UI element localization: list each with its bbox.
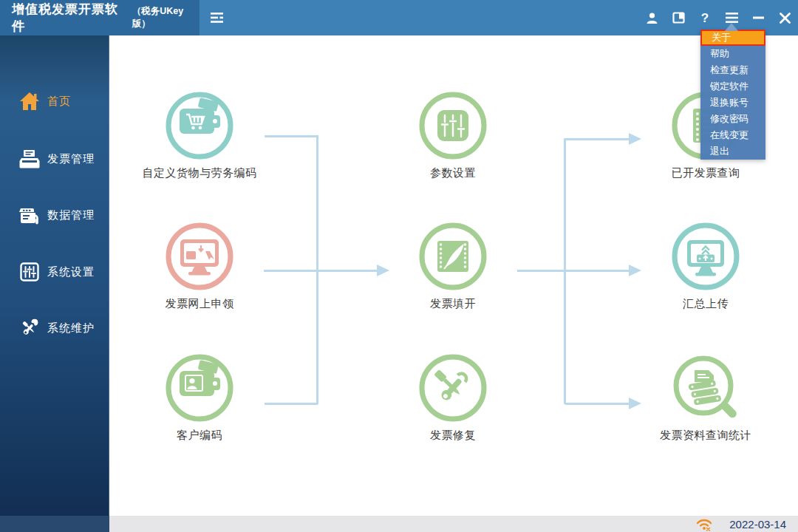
sidebar-item-invoice-manage[interactable]: 发票管理: [0, 143, 109, 175]
data-manage-icon: [19, 205, 40, 225]
sidebar-item-label: 数据管理: [47, 208, 95, 222]
svg-text:?: ?: [701, 11, 709, 24]
feature-label: 客户编码: [118, 429, 281, 443]
menu-item-check-update[interactable]: 检查更新: [700, 62, 765, 78]
sidebar-item-label: 发票管理: [47, 152, 95, 166]
invoice-manage-icon: [19, 149, 40, 169]
app-window: 增值税发票开票软件 （税务UKey版）: [0, 0, 798, 532]
titlebar: 增值税发票开票软件 （税务UKey版）: [0, 0, 798, 35]
goods-code-icon: [164, 90, 235, 161]
menu-item-about[interactable]: 关于: [700, 30, 765, 46]
invoice-stats-icon: [670, 352, 741, 423]
sidebar-item-system-maintain[interactable]: 系统维护: [0, 312, 109, 344]
sidebar-item-label: 系统维护: [47, 321, 95, 335]
sidebar-item-data-manage[interactable]: 数据管理: [0, 199, 109, 231]
feature-label: 参数设置: [372, 166, 534, 180]
param-settings-icon: [417, 90, 488, 161]
menu-item-online-change[interactable]: 在线变更: [700, 127, 765, 143]
user-icon[interactable]: [638, 0, 665, 35]
feature-summary-upload[interactable]: 汇总上传: [624, 221, 787, 311]
wifi-disconnected-icon[interactable]: [695, 517, 713, 531]
sidebar-item-system-settings[interactable]: 系统设置: [0, 256, 109, 288]
feature-invoice-fill[interactable]: 发票填开: [372, 221, 534, 311]
feature-label: 已开发票查询: [624, 166, 787, 180]
sidebar-item-home[interactable]: 首页: [0, 85, 109, 117]
feature-goods-code[interactable]: 自定义货物与劳务编码: [118, 90, 281, 180]
panel-icon[interactable]: [665, 0, 692, 35]
flow-line: [565, 403, 629, 405]
feature-label: 发票修复: [372, 429, 534, 443]
invoice-repair-icon: [417, 352, 488, 423]
menu-item-switch-account[interactable]: 退换账号: [700, 95, 765, 111]
home-icon: [19, 91, 40, 112]
feature-invoice-repair[interactable]: 发票修复: [372, 352, 534, 443]
close-icon[interactable]: [771, 0, 798, 35]
menu-item-exit[interactable]: 退出: [700, 143, 765, 160]
feature-label: 发票填开: [372, 297, 534, 311]
flow-line: [564, 138, 566, 404]
status-date: 2022-03-14: [729, 518, 786, 531]
sidebar-item-label: 首页: [47, 95, 71, 109]
system-maintain-icon: [19, 318, 40, 338]
titlebar-brand: 增值税发票开票软件 （税务UKey版）: [0, 0, 200, 35]
feature-param-settings[interactable]: 参数设置: [372, 90, 534, 180]
menu-item-help[interactable]: 帮助: [700, 46, 765, 62]
dropdown-notch: [725, 23, 738, 31]
app-title: 增值税发票开票软件: [12, 1, 128, 35]
feature-online-apply[interactable]: 发票网上申领: [118, 221, 281, 311]
flow-line: [565, 138, 629, 140]
menu-item-lock-software[interactable]: 锁定软件: [700, 78, 765, 95]
collapse-sidebar-icon[interactable]: [209, 12, 225, 24]
customer-code-icon: [164, 352, 235, 423]
online-apply-icon: [164, 221, 235, 292]
feature-label: 发票资料查询统计: [624, 429, 787, 443]
sidebar: 首页 发票管理: [0, 35, 109, 516]
dropdown-menu: 关于 帮助 检查更新 锁定软件 退换账号 修改密码 在线变更 退出: [700, 30, 765, 160]
invoice-fill-icon: [417, 221, 488, 292]
system-settings-icon: [19, 262, 40, 282]
statusbar: 2022-03-14: [0, 516, 798, 532]
statusbar-left-panel: [0, 516, 109, 532]
feature-customer-code[interactable]: 客户编码: [118, 352, 281, 443]
feature-label: 汇总上传: [624, 297, 787, 311]
sidebar-item-label: 系统设置: [47, 265, 95, 279]
summary-upload-icon: [670, 221, 741, 292]
app-subtitle: （税务UKey版）: [132, 5, 200, 30]
feature-label: 发票网上申领: [118, 297, 281, 311]
feature-invoice-stats[interactable]: 发票资料查询统计: [624, 352, 787, 443]
menu-item-change-password[interactable]: 修改密码: [700, 111, 765, 127]
feature-label: 自定义货物与劳务编码: [118, 166, 281, 180]
